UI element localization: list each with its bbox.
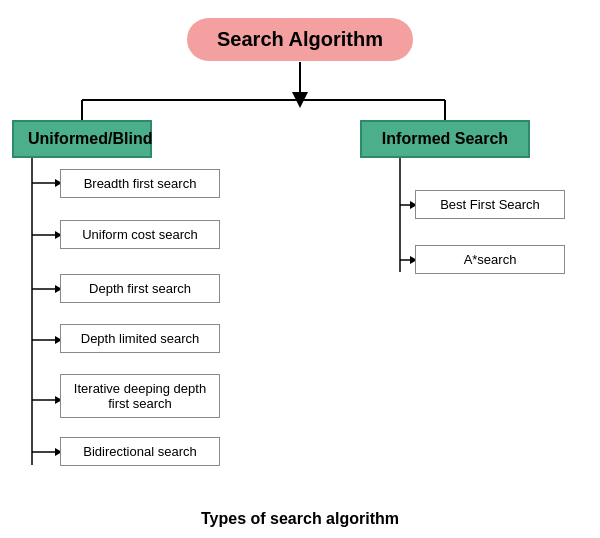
category-left-label: Uniformed/Blind: [28, 130, 152, 147]
caption: Types of search algorithm: [201, 510, 399, 528]
diagram: Search Algorithm Uniformed/Blind Informe…: [0, 0, 600, 538]
left-item-0: Breadth first search: [60, 169, 220, 198]
category-right: Informed Search: [360, 120, 530, 158]
caption-label: Types of search algorithm: [201, 510, 399, 527]
left-item-4: Iterative deeping depth first search: [60, 374, 220, 418]
right-item-1: A*search: [415, 245, 565, 274]
right-item-0: Best First Search: [415, 190, 565, 219]
root-node: Search Algorithm: [187, 18, 413, 61]
left-item-2: Depth first search: [60, 274, 220, 303]
category-left: Uniformed/Blind: [12, 120, 152, 158]
category-right-label: Informed Search: [382, 130, 508, 147]
root-label: Search Algorithm: [217, 28, 383, 50]
left-item-5: Bidirectional search: [60, 437, 220, 466]
left-item-1: Uniform cost search: [60, 220, 220, 249]
left-item-3: Depth limited search: [60, 324, 220, 353]
